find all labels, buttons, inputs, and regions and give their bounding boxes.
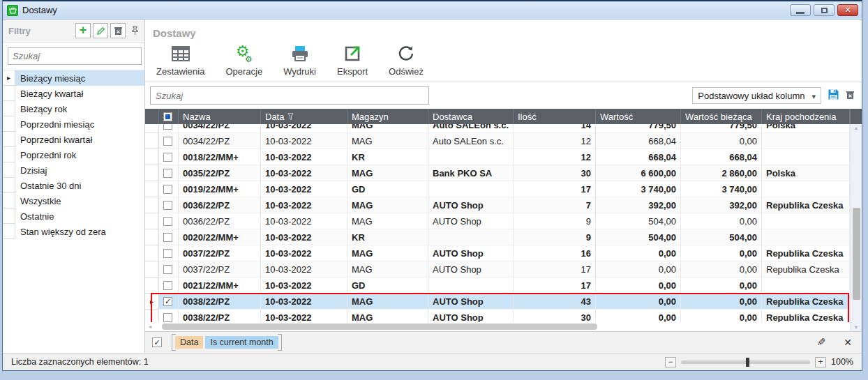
column-header-dostawca[interactable]: Dostawca [428,109,514,124]
edit-filter-icon[interactable] [817,336,826,349]
sidebar-filter-item[interactable]: Dzisiaj [3,162,144,178]
scroll-left-icon[interactable] [147,324,154,329]
edit-filter-button[interactable] [93,23,108,38]
table-row[interactable]: 0038/22/PZ 10-03-2022 MAG AUTO Shop 43 0… [145,294,850,310]
horizontal-scroll-thumb[interactable] [162,324,597,330]
row-checkbox-cell[interactable] [159,124,179,133]
minimize-button[interactable] [790,4,811,16]
filter-chip-group[interactable]: Data Is current month [172,334,282,351]
row-checkbox-cell[interactable] [159,165,179,181]
row-checkbox-cell[interactable] [159,278,179,294]
row-checkbox[interactable] [163,217,172,226]
delete-layout-button[interactable] [846,90,855,102]
scroll-down-icon[interactable] [853,325,860,330]
pin-button[interactable] [128,23,141,38]
row-checkbox-cell[interactable] [159,181,179,197]
table-row[interactable]: 0037/22/PZ 10-03-2022 MAG AUTO Shop 17 0… [145,261,850,278]
sidebar-filter-item[interactable]: Bieżący kwartał [3,86,144,101]
remove-filter-icon[interactable] [844,337,852,348]
row-checkbox[interactable] [163,249,172,258]
row-checkbox-cell[interactable] [159,294,179,310]
table-row[interactable]: 0019/22/MM+ 10-03-2022 GD 17 3 740,00 3 … [145,181,850,197]
table-row[interactable]: 0035/22/PZ 10-03-2022 MAG Bank PKO SA 30… [145,165,850,181]
column-header-data[interactable]: Data [261,109,347,124]
table-row[interactable]: 0038/22/PZ 10-03-2022 MAG AUTO Shop 30 0… [145,310,850,322]
sidebar-search-input[interactable] [8,47,142,65]
sidebar-filter-item[interactable]: Bieżący rok [3,101,144,116]
save-layout-button[interactable] [828,89,839,102]
vertical-scrollbar[interactable] [850,124,862,331]
maximize-button[interactable] [814,4,835,16]
column-layout-dropdown[interactable]: Podstawowy układ kolumn [692,87,821,104]
filter-field-chip[interactable]: Data [175,336,203,349]
row-checkbox[interactable] [163,137,172,146]
column-header-ilosc[interactable]: Ilość [514,109,596,124]
column-header-kraj[interactable]: Kraj pochodzenia [762,109,850,124]
table-search-input[interactable] [150,86,429,105]
cell-dostawca [428,278,514,294]
row-checkbox[interactable] [163,153,172,162]
delete-filter-button[interactable] [110,23,126,38]
column-header-wartosc[interactable]: Wartość [596,109,681,124]
table-row[interactable]: 0037/22/PZ 10-03-2022 MAG AUTO Shop 16 0… [145,245,850,261]
row-checkbox[interactable] [163,281,172,290]
header-filler [850,109,862,124]
select-all-checkbox[interactable] [159,109,179,124]
table-row[interactable]: 0020/22/MM+ 10-03-2022 KR 9 504,00 504,0… [145,229,850,245]
row-checkbox-cell[interactable] [159,229,179,245]
zoom-in-button[interactable]: + [815,357,826,367]
row-checkbox[interactable] [163,201,172,210]
column-header-wartosc-biezaca[interactable]: Wartość bieżąca [681,109,762,124]
zoom-slider-thumb[interactable] [746,358,749,367]
row-indicator-cell [145,197,159,213]
sidebar-filter-item[interactable]: Wszystkie [3,193,144,208]
sidebar-filter-item[interactable]: Poprzedni kwartał [3,132,144,147]
row-checkbox[interactable] [163,297,172,306]
sidebar-filter-item[interactable]: Ostatnie [3,208,144,224]
sidebar-filter-item[interactable]: Poprzedni miesiąc [3,116,144,132]
add-filter-button[interactable]: + [75,23,91,38]
filter-item-indicator [3,162,15,178]
horizontal-scrollbar[interactable] [145,322,850,331]
filter-condition-chip[interactable]: Is current month [205,336,278,349]
table-row[interactable]: 0036/22/PZ 10-03-2022 MAG AUTO Shop 7 39… [145,197,850,213]
table-row[interactable]: 0018/22/MM+ 10-03-2022 KR 12 668,04 668,… [145,149,850,165]
row-checkbox-cell[interactable] [159,310,179,322]
filter-enabled-checkbox[interactable] [152,337,162,347]
row-checkbox[interactable] [163,265,172,274]
table-row[interactable]: 0034/22/PZ 10-03-2022 MAG Auto SALEon s.… [145,124,850,133]
row-checkbox-cell[interactable] [159,245,179,261]
column-layout-value: Podstawowy układ kolumn [698,91,805,101]
toolbar-operacje-button[interactable]: Operacje [225,45,262,77]
zoom-slider[interactable] [681,360,810,364]
table-row[interactable]: 0036/22/PZ 10-03-2022 MAG AUTO Shop 9 50… [145,213,850,229]
row-checkbox-cell[interactable] [159,261,179,278]
toolbar-wydruki-button[interactable]: Wydruki [283,45,316,77]
zoom-out-button[interactable]: − [665,357,676,367]
vertical-scroll-thumb[interactable] [853,208,860,300]
row-checkbox-cell[interactable] [159,213,179,229]
scroll-up-icon[interactable] [853,126,860,130]
row-checkbox-cell[interactable] [159,197,179,213]
toolbar-eksport-button[interactable]: Eksport [337,45,368,77]
toolbar-zestawienia-button[interactable]: Zestawienia [156,45,204,77]
table-row[interactable]: 0021/22/MM+ 10-03-2022 GD 17 0,00 0,00 [145,278,850,294]
table-row[interactable]: 0034/22/PZ 10-03-2022 MAG Auto SALEon s.… [145,133,850,149]
column-header-nazwa[interactable]: Nazwa [179,109,261,124]
sidebar-filter-item[interactable]: Stan większy od zera [3,224,144,239]
row-checkbox-cell[interactable] [159,149,179,165]
row-checkbox[interactable] [163,185,172,194]
sidebar-filter-item[interactable]: Poprzedni rok [3,147,144,162]
row-checkbox[interactable] [163,124,172,130]
row-checkbox-cell[interactable] [159,133,179,149]
row-checkbox[interactable] [163,233,172,242]
toolbar-odswiez-button[interactable]: Odśwież [389,45,424,77]
row-checkbox[interactable] [163,313,172,322]
column-header-magazyn[interactable]: Magazyn [347,109,428,124]
sidebar-filter-item[interactable]: Bieżący miesiąc [3,70,144,86]
sidebar-filter-item[interactable]: Ostatnie 30 dni [3,178,144,193]
cell-wartosc-biezaca: 0,00 [681,310,762,322]
row-checkbox[interactable] [163,169,172,178]
cell-magazyn: MAG [347,310,428,322]
close-button[interactable] [837,4,858,16]
